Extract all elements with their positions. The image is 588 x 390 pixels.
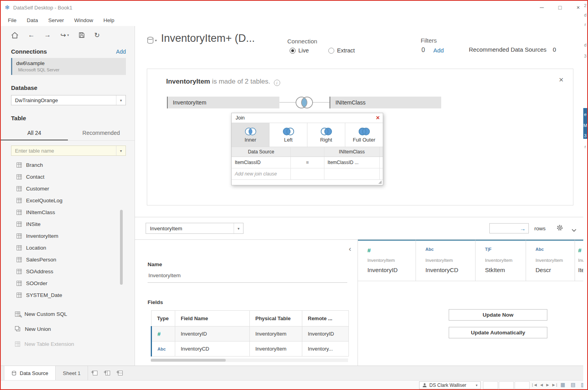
join-clause-left[interactable]: ItemClassID (232, 157, 291, 168)
table-list-item[interactable]: INItemClass (1, 206, 135, 218)
new-dashboard-button[interactable] (101, 366, 113, 380)
refresh-button[interactable]: ↻ (94, 31, 100, 39)
join-venn-icon[interactable] (292, 95, 316, 111)
collapse-panel-icon[interactable]: ‹ (349, 244, 351, 253)
back-button[interactable]: ← (28, 31, 35, 39)
add-join-clause[interactable]: Add new join clause (232, 168, 291, 179)
table-icon (17, 222, 22, 227)
gear-icon[interactable] (556, 224, 563, 232)
type-number-icon[interactable]: # (152, 327, 175, 341)
recommended-data-sources[interactable]: Recommended Data Sources 0 (469, 46, 556, 53)
table-search-input[interactable] (11, 148, 125, 154)
table-list-item[interactable]: InventoryItem (1, 230, 135, 242)
new-custom-sql[interactable]: ✎ New Custom SQL (1, 306, 135, 321)
venn-left-icon (281, 127, 296, 136)
join-clause-operator[interactable]: = (291, 157, 324, 168)
radio-extract[interactable]: Extract (328, 47, 355, 54)
join-clause-header: Data Source INItemClass (232, 147, 383, 157)
table-list-item[interactable]: Branch (1, 159, 135, 171)
radio-icon (328, 48, 334, 54)
join-type-left[interactable]: Left (270, 123, 307, 147)
data-preview-grid: # InventoryItem InventoryID Abc Inventor… (358, 239, 583, 366)
sheet-navigation[interactable]: |◀ ◀ ▶ ▶| (532, 383, 558, 387)
new-union[interactable]: New Union (1, 321, 135, 336)
table-icon (17, 174, 22, 179)
resize-grip[interactable] (378, 180, 382, 184)
tab-all[interactable]: All 24 (1, 127, 68, 140)
join-clause-row: ItemClassID = ItemClassID ... (232, 157, 383, 168)
datasource-title[interactable]: InventoryItem+ (D... (161, 32, 255, 45)
menu-file[interactable]: File (8, 17, 17, 23)
table-list-item[interactable]: SOAddress (1, 265, 135, 277)
new-table-extension[interactable]: New Table Extension (1, 336, 135, 351)
table-icon (17, 198, 22, 203)
join-type-right[interactable]: Right (307, 123, 345, 147)
table-list-item[interactable]: Location (1, 242, 135, 254)
table-list-item-partial[interactable] (1, 301, 135, 304)
preview-table-select[interactable]: InventoryItem ▾ (146, 223, 243, 234)
table-list-item[interactable]: ExcelQuoteLog (1, 194, 135, 206)
tab-recommended[interactable]: Recommended (68, 127, 135, 140)
go-arrow-icon[interactable]: → (520, 225, 526, 232)
field-row[interactable]: Abc InventoryCD InventoryItem Inventory.… (152, 341, 349, 356)
table-list-item[interactable]: INSite (1, 218, 135, 230)
user-menu[interactable]: DS Clark Walliser ▾ (419, 381, 481, 389)
radio-live[interactable]: Live (290, 47, 309, 54)
filters-count: 0 (421, 47, 425, 54)
redo-button[interactable]: ↪▾ (60, 31, 69, 39)
type-string-icon[interactable]: Abc (152, 341, 175, 356)
field-row[interactable]: # InventoryID InventoryItem InventoryID (152, 327, 349, 341)
tab-data-source[interactable]: Data Source (4, 366, 56, 380)
grid-column-header[interactable]: Abc InventoryItem InventoryCD (416, 240, 476, 281)
table-list-item[interactable]: SYSTEM_Date (1, 289, 135, 301)
connection-item[interactable]: dw6\sample Microsoft SQL Server (11, 58, 126, 75)
table-list-item[interactable]: SOOrder (1, 277, 135, 289)
name-field[interactable]: InventoryItem (148, 272, 181, 278)
join-type-full-outer[interactable]: Full Outer (345, 123, 383, 147)
grid-column-header[interactable]: T|F InventoryItem StkItem (476, 240, 526, 281)
table-list-item[interactable]: Customer (1, 183, 135, 194)
chevron-down-icon[interactable] (571, 227, 577, 233)
menu-server[interactable]: Server (48, 17, 64, 23)
database-select-value: DwTrainingOrange (15, 97, 58, 103)
database-select[interactable]: DwTrainingOrange ▾ (11, 95, 126, 105)
chevron-down-icon: ▾ (116, 95, 125, 105)
save-button[interactable] (79, 32, 85, 38)
table-list-item[interactable]: SalesPerson (1, 254, 135, 265)
rows-input[interactable]: → (489, 223, 529, 233)
add-connection-link[interactable]: Add (116, 49, 126, 55)
menu-help[interactable]: Help (103, 17, 114, 23)
new-worksheet-button[interactable] (88, 366, 101, 380)
menu-window[interactable]: Window (74, 17, 93, 23)
tab-sheet1[interactable]: Sheet 1 (56, 366, 88, 380)
status-cell (499, 381, 514, 389)
grid-column-header[interactable]: # InventoryItem InventoryID (358, 240, 416, 281)
table-list-scrollbar[interactable] (120, 210, 123, 285)
type-number-icon: # (578, 247, 581, 254)
grid-column-header[interactable]: Abc InventoryItem Descr (526, 240, 575, 281)
new-story-button[interactable] (113, 366, 126, 380)
join-type-inner[interactable]: Inner (232, 123, 270, 147)
datasource-icon (11, 371, 17, 376)
info-icon[interactable]: i (274, 80, 280, 86)
datasource-icon[interactable] (147, 36, 159, 46)
join-dialog-close-icon[interactable]: × (376, 114, 380, 121)
update-automatically-button[interactable]: Update Automatically (449, 327, 547, 338)
grid-column-header[interactable]: # Inve Iter (575, 240, 583, 281)
canvas-table-left[interactable]: InventoryItem (167, 97, 279, 108)
join-clause-right[interactable]: ItemClassID ... (324, 157, 380, 168)
maximize-button[interactable]: □ (551, 1, 569, 14)
canvas-table-right[interactable]: INItemClass (330, 97, 441, 108)
canvas-close-icon[interactable]: × (559, 75, 564, 84)
forward-button[interactable]: → (44, 31, 51, 39)
filters-add-link[interactable]: Add (433, 47, 444, 54)
update-now-button[interactable]: Update Now (449, 309, 547, 321)
menu-data[interactable]: Data (27, 17, 38, 23)
table-icon (17, 269, 22, 274)
fields-horizontal-scrollbar[interactable] (151, 358, 348, 362)
tab-all-count: 24 (35, 130, 41, 136)
home-button[interactable] (11, 32, 19, 39)
table-list-item[interactable]: Contact (1, 171, 135, 183)
clipped-text: 3 (583, 133, 587, 138)
minimize-button[interactable]: ─ (533, 1, 551, 14)
